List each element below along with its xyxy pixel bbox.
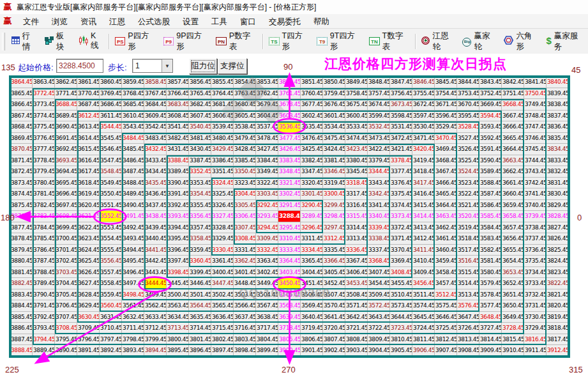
menu-item-4[interactable]: 江恩 — [103, 16, 132, 27]
grid-cell: 3315.45 — [345, 211, 368, 222]
grid-cell: 3833.45 — [547, 155, 569, 167]
toolbar-button-12[interactable]: 六角形 — [500, 29, 542, 54]
toolbar-button-7[interactable]: TST四方形 — [265, 29, 313, 54]
grid-cell: 3553.45 — [100, 222, 122, 234]
grid-cell: 3548.45 — [100, 166, 122, 178]
grid-cell: 3527.45 — [457, 133, 479, 144]
grid-cell: 3463.45 — [435, 211, 457, 222]
winner-wheel-icon: Big — [462, 36, 471, 47]
grid-cell: 3570.45 — [323, 300, 345, 312]
grid-cell: 3441.45 — [144, 245, 167, 256]
toolbar-button-6[interactable]: PNP数字表 — [212, 29, 260, 54]
grid-cell: 3313.45 — [345, 233, 368, 245]
grid-cell: 3624.45 — [77, 245, 100, 256]
toolbar-button-10[interactable]: 江恩轮 — [418, 29, 458, 54]
menu-item-9[interactable]: 交易委托 — [262, 16, 307, 27]
menu-item-5[interactable]: 公式选股 — [132, 16, 176, 27]
grid-cell: 3531.45 — [390, 121, 412, 133]
grid-cell: 3803.45 — [234, 334, 256, 346]
grid-cell: 3627.45 — [77, 278, 100, 289]
support-button[interactable]: 支撑位 — [218, 58, 247, 74]
grid-cell: 3327.45 — [211, 211, 234, 222]
grid-cell: 3677.45 — [301, 99, 323, 111]
grid-cell: 3454.45 — [368, 278, 390, 289]
grid-cell: 3646.45 — [435, 312, 457, 323]
menu-item-7[interactable]: 工具 — [205, 16, 234, 27]
grid-cell: 3414.45 — [412, 211, 435, 222]
chevron-down-icon[interactable]: ▼ — [162, 59, 172, 72]
grid-cell: 3693.45 — [55, 155, 77, 167]
menu-item-2[interactable]: 浏览 — [45, 16, 74, 27]
grid-cell: 3488.45 — [122, 178, 144, 189]
grid-cell: 3880.45 — [10, 256, 33, 267]
toolbar-button-1[interactable]: 行情 — [8, 29, 41, 54]
grid-cell: 3775.45 — [33, 121, 55, 133]
grid-cell: 3722.45 — [368, 323, 390, 334]
grid-cell: 3452.45 — [323, 278, 345, 289]
toolbar-button-13[interactable]: $赢家服务 — [542, 29, 588, 54]
grid-cell: 3477.45 — [278, 133, 301, 144]
grid-pivot-cell: 3536.45 — [278, 121, 301, 133]
grid-cell: 3742.45 — [524, 178, 547, 189]
menu-item-8[interactable]: 窗口 — [234, 16, 262, 27]
grid-cell: 3528.45 — [457, 121, 479, 133]
grid-cell: 3670.45 — [457, 99, 479, 111]
grid-cell: 3771.45 — [55, 88, 77, 100]
page-title: 江恩价格四方形测算次日拐点 — [324, 55, 507, 73]
grid-cell: 3708.45 — [55, 323, 77, 334]
grid-cell: 3575.45 — [435, 300, 457, 312]
grid-cell: 3555.45 — [100, 245, 122, 256]
start-price-input[interactable]: 3288.4500 — [56, 59, 103, 73]
grid-cell: 3498.45 — [122, 289, 144, 301]
step-select[interactable]: 1 ▼ — [132, 59, 173, 73]
grid-cell: 3809.45 — [368, 334, 390, 346]
resistance-button[interactable]: 阻力位 — [189, 58, 217, 74]
grid-cell: 3486.45 — [122, 155, 144, 167]
grid-cell: 3699.45 — [55, 222, 77, 234]
toolbar-button-2[interactable]: 板块 — [41, 29, 75, 54]
grid-cell: 3417.45 — [412, 178, 435, 189]
grid-cell: 3807.45 — [323, 334, 345, 346]
toolbar-button-4[interactable]: PSP四方形 — [111, 29, 160, 54]
grid-cell: 3686.45 — [100, 99, 122, 111]
grid-cell: 3540.45 — [189, 121, 211, 133]
angle-label-225: 225 — [5, 365, 19, 374]
grid-cell: 3892.45 — [100, 345, 122, 357]
menu-item-3[interactable]: 资讯 — [74, 16, 103, 27]
grid-cell: 3622.45 — [77, 222, 100, 234]
grid-cell: 3776.45 — [33, 133, 55, 144]
toolbar-button-5[interactable]: P99P四方形 — [160, 29, 213, 54]
grid-cell: 3501.45 — [189, 289, 211, 301]
grid-cell: 3749.45 — [524, 99, 547, 111]
grid-cell: 3296.45 — [301, 222, 323, 234]
grid-cell: 3728.45 — [502, 323, 524, 334]
grid-cell: 3530.45 — [412, 121, 435, 133]
grid-cell: 3721.45 — [345, 323, 368, 334]
toolbar-button-8[interactable]: T99T四方形 — [313, 29, 365, 54]
grid-cell: 3865.45 — [10, 88, 33, 100]
grid-cell: 3376.45 — [390, 178, 412, 189]
menu-item-10[interactable]: 帮助 — [307, 16, 336, 27]
toolbar-button-11[interactable]: Big赢家轮 — [458, 29, 500, 54]
grid-cell: 3820.45 — [547, 300, 569, 312]
grid-cell: 3509.45 — [368, 289, 390, 301]
grid-cell: 3554.45 — [100, 233, 122, 245]
grid-cell: 3496.45 — [122, 267, 144, 279]
grid-cell: 3512.45 — [435, 289, 457, 301]
grid-cell: 3782.45 — [33, 200, 55, 212]
toolbar-button-3[interactable]: K线 — [75, 29, 107, 53]
grid-cell: 3468.45 — [435, 155, 457, 167]
menu-item-6[interactable]: 设置 — [176, 16, 205, 27]
grid-cell: 3696.45 — [55, 188, 77, 200]
grid-cell: 3412.45 — [412, 233, 435, 245]
grid-cell: 3478.45 — [256, 133, 278, 144]
grid-cell: 3655.45 — [502, 245, 524, 256]
toolbar-button-9[interactable]: TNT数字表 — [365, 29, 413, 54]
grid-cell: 3382.45 — [301, 155, 323, 167]
grid-cell: 3359.45 — [189, 245, 211, 256]
grid-cell: 3534.45 — [323, 121, 345, 133]
grid-cell: 3323.45 — [234, 178, 256, 189]
grid-cell: 3397.45 — [167, 256, 189, 267]
grid-cell: 3451.45 — [301, 278, 323, 289]
menu-item-1[interactable]: 文件 — [17, 16, 45, 27]
